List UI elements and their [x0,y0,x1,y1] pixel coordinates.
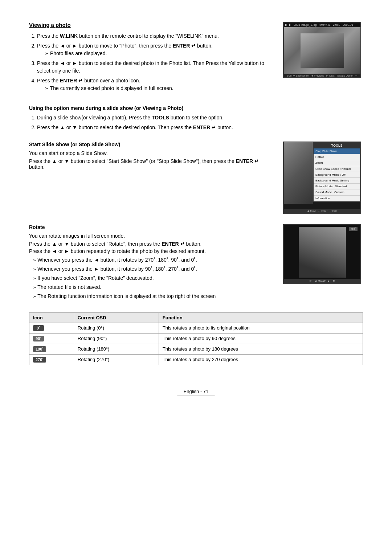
table-header-osd: Current OSD [74,313,159,323]
slideshow-body: Press the ▲ or ▼ button to select "Start… [29,158,272,170]
slideshow-title: Start Slide Show (or Stop Slide Show) [29,142,272,147]
table-cell-icon-270: 270˚ [29,355,74,365]
table-header-function: Function [159,313,363,323]
slideshow-text: Start Slide Show (or Stop Slide Show) Yo… [29,142,272,172]
table-row: 180˚ Rotating (180°) This rotates a phot… [29,344,363,355]
slideshow-section: Start Slide Show (or Stop Slide Show) Yo… [29,142,363,214]
rotate-screen-container: 90˚ ↺ ◄ Rotate ► ↻ [283,224,363,284]
viewing-steps: Press the W.LINK button on the remote co… [29,32,272,92]
slideshow-intro: You can start or stop a Slide Show. [29,150,272,156]
rotate-intro: You can rotate images in full screen mod… [29,233,272,239]
icon-table-section: Icon Current OSD Function 0˚ Rotating (0… [29,312,363,365]
rotate-section: Rotate You can rotate images in full scr… [29,224,363,302]
tv-status-bar: ▶ ⏸ 2033 image_1.jpg 440×441 2.0kB 20081… [284,22,360,27]
tv-photo-area [284,27,360,74]
viewing-step-4: Press the ENTER ↵ button over a photo ic… [37,77,272,92]
table-cell-fn-270: This rotates a photo by 270 degrees [159,355,363,365]
page-footer: English - 71 [29,387,363,396]
table-row: 0˚ Rotating (0°) This rotates a photo to… [29,323,363,334]
table-cell-fn-0: This rotates a photo to its original pos… [159,323,363,334]
tv-photo-inner [301,33,344,68]
icon-table: Icon Current OSD Function 0˚ Rotating (0… [29,312,363,365]
table-cell-osd-0: Rotating (0°) [74,323,159,334]
rotate-line1: Press the ▲ or ▼ button to select "Rotat… [29,241,272,247]
option-menu-steps: During a slide show(or viewing a photo),… [29,114,363,131]
tools-menu-title: TOOLS [314,143,360,148]
tools-item-speed: Slide Show Speed : Normal [314,166,360,172]
rotate-bullet-1: Whenever you press the ◄ button, it rota… [33,256,272,264]
table-cell-osd-270: Rotating (270°) [74,355,159,365]
rotate-bullets: Whenever you press the ◄ button, it rota… [29,256,272,300]
tools-item-rotate: Rotate [314,154,360,160]
rotate-bullet-2: Whenever you press the ► button, it rota… [33,265,272,273]
rotate-photo [299,227,346,278]
tools-item-info: Information [314,196,360,201]
option-menu-title: Using the option menu during a slide sho… [29,105,363,111]
tools-screen: TOOLS Stop Slide Show Rotate Zoom Slide … [283,142,361,214]
table-row: 270˚ Rotating (270°) This rotates a phot… [29,355,363,365]
table-cell-fn-90: This rotates a photo by 90 degrees [159,334,363,344]
option-menu-step-1: During a slide show(or viewing a photo),… [37,114,363,122]
option-menu-step-2: Press the ▲ or ▼ button to select the de… [37,124,363,131]
tv-screen-viewing: ▶ ⏸ 2033 image_1.jpg 440×441 2.0kB 20081… [283,22,361,78]
icon-badge-180: 180˚ [33,346,46,352]
tools-photo-left [284,142,313,204]
tools-item-bgmusic: Background Music : Off [314,172,360,178]
icon-badge-0: 0˚ [33,325,44,331]
tools-bottom-bar: ◆ Move ↵ Enter ↵ Exit [284,209,360,213]
rotate-title: Rotate [29,224,272,230]
tools-item-picture: Picture Mode : Standard [314,184,360,189]
viewing-step-1: Press the W.LINK button on the remote co… [37,32,272,40]
table-cell-icon-0: 0˚ [29,323,74,334]
footer-label: English - 71 [177,387,216,396]
rotate-bullet-4: The rotated file is not saved. [33,283,272,291]
rotate-bottom-bar: ↺ ◄ Rotate ► ↻ [284,279,360,283]
table-cell-fn-180: This rotates a photo by 180 degrees [159,344,363,355]
viewing-step-3: Press the ◄ or ► button to select the de… [37,60,272,75]
rotate-bullet-5: The Rotating function information icon i… [33,292,272,300]
tools-item-stop: Stop Slide Show [314,148,360,154]
viewing-step-2: Press the ◄ or ► button to move to "Phot… [37,42,272,57]
rotate-bullet-3: If you have select "Zoom", the "Rotate" … [33,274,272,282]
option-menu-section: Using the option menu during a slide sho… [29,105,363,131]
table-header-row: Icon Current OSD Function [29,313,363,323]
tools-item-bgmusic-setting: Background Music Setting [314,178,360,184]
rotate-badge: 90˚ [349,227,358,231]
icon-badge-90: 90˚ [33,336,44,341]
tv-status-text: ▶ ⏸ 2033 image_1.jpg 440×441 2.0kB 20081… [285,23,353,26]
rotate-screen: 90˚ ↺ ◄ Rotate ► ↻ [283,224,361,284]
tools-menu: TOOLS Stop Slide Show Rotate Zoom Slide … [313,142,360,202]
table-header-icon: Icon [29,313,74,323]
tools-item-sound: Sound Mode : Custom [314,189,360,195]
table-cell-osd-90: Rotating (90°) [74,334,159,344]
table-row: 90˚ Rotating (90°) This rotates a photo … [29,334,363,344]
table-cell-icon-90: 90˚ [29,334,74,344]
viewing-image: ▶ ⏸ 2033 image_1.jpg 440×441 2.0kB 20081… [283,22,363,78]
rotate-line2: Press the ◄ or ► button repeatedly to ro… [29,248,272,254]
tools-item-zoom: Zoom [314,160,360,166]
tv-bottom-bar: SUM ↵ Slide Show ◄ Previous ► Next TOOLS… [284,74,360,78]
viewing-title: Viewing a photo [29,22,272,28]
viewing-section: Viewing a photo Press the W.LINK button … [29,22,363,95]
rotate-text: Rotate You can rotate images in full scr… [29,224,272,302]
table-cell-icon-180: 180˚ [29,344,74,355]
icon-badge-270: 270˚ [33,357,46,363]
viewing-text: Viewing a photo Press the W.LINK button … [29,22,272,95]
table-cell-osd-180: Rotating (180°) [74,344,159,355]
tools-screen-container: TOOLS Stop Slide Show Rotate Zoom Slide … [283,142,363,214]
